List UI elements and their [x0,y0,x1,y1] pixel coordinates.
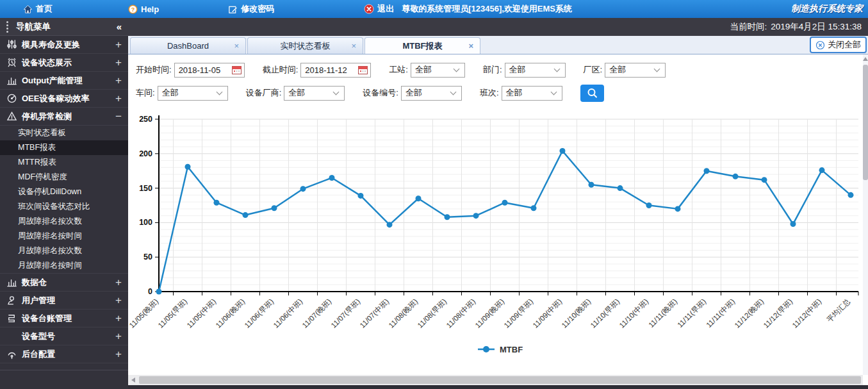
tab-close-icon[interactable]: × [468,41,473,51]
svg-text:11/11(晚班): 11/11(晚班) [647,297,678,329]
expand-plus-icon[interactable]: + [115,348,122,361]
legend-mtbf[interactable]: MTBF [478,345,523,354]
sidebar-item-用户管理[interactable]: 用户管理+ [0,292,128,310]
gauge-icon [6,93,17,104]
sidebar-item-设备状态展示[interactable]: 设备状态展示+ [0,54,128,72]
tab-DashBoard[interactable]: DashBoard× [130,37,246,54]
close-all-icon [815,40,825,50]
change-password-button[interactable]: 修改密码 [228,3,274,15]
tab-MTBF报表[interactable]: MTBF报表× [364,37,480,54]
sidebar-subitem-MTBF报表[interactable]: MTBF报表 [0,140,128,155]
collapse-minus-icon[interactable]: − [115,110,122,123]
close-all-tabs-button[interactable]: 关闭全部 [810,37,867,53]
workshop-select[interactable]: 全部 [158,86,228,101]
search-button[interactable] [580,85,604,102]
expand-plus-icon[interactable]: + [115,330,122,343]
svg-text:11/12(早班): 11/12(早班) [762,297,794,329]
sidebar-subitem-周故障排名按次数[interactable]: 周故障排名按次数 [0,214,128,229]
start-time-value: 2018-11-05 [175,65,232,75]
svg-text:250: 250 [139,115,152,124]
sidebar-item-Output产能管理[interactable]: Output产能管理+ [0,72,128,90]
tab-label: MTBF报表 [402,40,442,52]
start-time-label: 开始时间: [136,64,172,76]
sidebar-subitem-班次间设备状态对比[interactable]: 班次间设备状态对比 [0,199,128,214]
chevron-down-icon [553,66,560,72]
ledger-icon [6,313,17,324]
filter-field-equipment-id: 设备编号:全部 [363,86,462,101]
sidebar-item-设备台账管理[interactable]: 设备台账管理+ [0,310,128,327]
svg-text:200: 200 [139,149,152,158]
sidebar-subitem-MTTR报表[interactable]: MTTR报表 [0,155,128,170]
filter-field-equipment-vendor: 设备厂商:全部 [246,86,345,101]
status-bar: 当前时间: 2019年4月2日 15:31:38 [128,18,868,36]
department-value: 全部 [505,64,555,76]
start-time-input[interactable]: 2018-11-05 [174,63,245,78]
line-chart-svg: 05010015020025011/05(晚班)11/05(早班)11/05(中… [128,107,862,373]
svg-text:11/06(中班): 11/06(中班) [272,297,304,329]
filter-field-end-time: 截止时间:2018-11-12 [263,63,372,78]
expand-plus-icon[interactable]: + [115,294,122,307]
logout-button[interactable]: 退出 [364,3,394,15]
sidebar-title: 导航菜单 [16,21,51,33]
department-select[interactable]: 全部 [505,63,566,78]
sidebar-subitem-周故障排名按时间[interactable]: 周故障排名按时间 [0,229,128,244]
shift-label: 班次: [480,87,499,99]
equipment-vendor-label: 设备厂商: [246,87,282,99]
home-button[interactable]: 首页 [23,3,53,15]
sidebar-item-设备型号[interactable]: 设备型号+ [0,327,128,345]
sidebar-item-后台配置[interactable]: 后台配置+ [0,345,128,363]
help-button[interactable]: ? Help [128,4,159,14]
sidebar-item-数据仓[interactable]: 数据仓+ [0,274,128,292]
expand-plus-icon[interactable]: + [115,38,122,51]
svg-text:11/05(晚班): 11/05(晚班) [128,297,160,329]
svg-text:11/09(早班): 11/09(早班) [502,297,534,329]
change-password-label: 修改密码 [241,3,274,15]
expand-plus-icon[interactable]: + [115,312,122,325]
vertical-scrollbar[interactable] [863,54,868,375]
workshop-label: 车间: [136,87,155,99]
end-time-input[interactable]: 2018-11-12 [300,63,371,78]
expand-plus-icon[interactable]: + [115,74,122,87]
sidebar-subitem-实时状态看板[interactable]: 实时状态看板 [0,126,128,140]
equipment-vendor-select[interactable]: 全部 [284,86,345,101]
expand-plus-icon[interactable]: + [115,276,122,289]
equipment-id-label: 设备编号: [363,87,398,99]
calendar-icon [358,65,368,74]
station-select[interactable]: 全部 [411,63,465,78]
svg-text:11/10(中班): 11/10(中班) [618,297,650,329]
tab-close-icon[interactable]: × [234,41,239,51]
scroll-up-icon[interactable] [863,57,868,61]
chevron-down-icon [550,89,557,95]
horizontal-scroll-thumb[interactable] [139,376,861,384]
sidebar-subitem-MDF停机密度[interactable]: MDF停机密度 [0,170,128,185]
expand-plus-icon[interactable]: + [115,92,122,105]
sidebar-subitem-月故障排名按次数[interactable]: 月故障排名按次数 [0,244,128,258]
sidebar-subitem-月故障排名按时间[interactable]: 月故障排名按时间 [0,258,128,273]
sidebar-header: 导航菜单 « [0,18,128,36]
sidebar-subitem-设备停机DillDown[interactable]: 设备停机DillDown [0,185,128,199]
help-label: Help [141,4,159,14]
current-time-label: 当前时间: [730,21,767,33]
svg-text:11/05(中班): 11/05(中班) [185,297,217,329]
tab-close-icon[interactable]: × [351,41,356,51]
tab-实时状态看板[interactable]: 实时状态看板× [247,37,363,54]
sidebar-collapse-icon[interactable]: « [117,21,122,32]
factory-area-select[interactable]: 全部 [605,63,666,78]
expand-plus-icon[interactable]: + [115,56,122,69]
horizontal-scrollbar[interactable] [128,375,863,385]
bottom-strip [128,385,868,389]
svg-text:11/11(中班): 11/11(中班) [705,297,736,329]
sidebar: 导航菜单 « 模具寿命及更换+设备状态展示+Output产能管理+OEE设备稼动… [0,18,128,389]
svg-text:11/07(早班): 11/07(早班) [329,297,361,329]
sidebar-item-label: 停机异常检测 [22,111,72,122]
scroll-left-icon[interactable] [131,377,135,383]
equipment-id-select[interactable]: 全部 [401,86,462,101]
sidebar-item-模具寿命及更换[interactable]: 模具寿命及更换+ [0,36,128,54]
vertical-scroll-thumb[interactable] [863,65,868,180]
sidebar-item-label: 设备台账管理 [22,313,72,324]
sidebar-item-停机异常检测[interactable]: 停机异常检测− [0,108,128,126]
sidebar-item-OEE设备稼动效率[interactable]: OEE设备稼动效率+ [0,90,128,108]
shift-select[interactable]: 全部 [502,86,562,101]
svg-text:0: 0 [148,287,152,296]
svg-text:11/08(晚班): 11/08(晚班) [387,297,419,329]
